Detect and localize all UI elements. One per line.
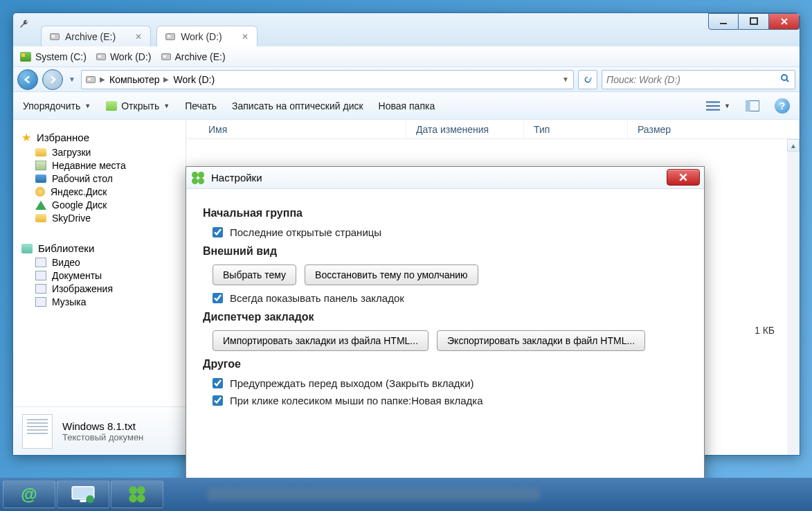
details-filename: Windows 8.1.txt	[62, 420, 143, 432]
column-size[interactable]: Размер	[628, 120, 800, 138]
video-icon	[35, 258, 46, 267]
yandex-disk-icon	[35, 187, 45, 197]
refresh-button[interactable]	[578, 70, 597, 89]
maximize-button[interactable]	[739, 13, 769, 30]
taskbar-clover-button[interactable]	[111, 481, 163, 508]
search-box[interactable]	[602, 70, 795, 89]
vertical-scrollbar[interactable]: ▲	[787, 139, 800, 455]
toolbar-organize[interactable]: Упорядочить▼	[23, 100, 91, 111]
column-type[interactable]: Тип	[524, 120, 628, 138]
column-date[interactable]: Дата изменения	[406, 120, 524, 138]
sidebar-item-skydrive[interactable]: SkyDrive	[35, 213, 181, 224]
settings-dialog: Настройки Начальная группа Последние отк…	[186, 166, 705, 502]
checkbox-last-pages[interactable]	[213, 227, 223, 237]
heading-bookmarks-manager: Диспетчер закладок	[203, 311, 687, 323]
drive-icon	[161, 53, 171, 60]
toolbar-view-dropdown[interactable]: ▼	[706, 100, 730, 112]
svg-rect-1	[750, 18, 757, 24]
toolbar-open[interactable]: Открыть▼	[106, 100, 170, 111]
mail-icon: @	[21, 485, 37, 504]
nav-forward-button[interactable]	[42, 69, 63, 90]
wrench-icon[interactable]	[19, 19, 30, 33]
svg-rect-7	[746, 100, 750, 111]
toolbar-print[interactable]: Печать	[185, 100, 217, 111]
heading-other: Другое	[203, 358, 687, 370]
tab-archive[interactable]: Archive (E:) ✕	[41, 26, 151, 46]
chevron-down-icon[interactable]: ▼	[562, 75, 569, 83]
view-icon	[706, 100, 720, 112]
tab-close-icon[interactable]: ✕	[135, 32, 142, 42]
choose-theme-button[interactable]: Выбрать тему	[213, 265, 296, 285]
music-icon	[35, 297, 46, 307]
sidebar-item-desktop[interactable]: Рабочий стол	[35, 173, 181, 184]
nav-bar: ▼ ▶ Компьютер ▶ Work (D:) ▼	[13, 67, 800, 92]
drive-icon	[20, 52, 31, 62]
sidebar-item-yandex[interactable]: Яндекс.Диск	[35, 186, 181, 197]
pane-icon	[746, 100, 759, 112]
bookmark-system[interactable]: System (C:)	[20, 51, 87, 62]
toolbar: Упорядочить▼ Открыть▼ Печать Записать на…	[13, 92, 800, 120]
heading-start-group: Начальная группа	[203, 207, 687, 219]
checkbox-warn-exit[interactable]	[213, 378, 223, 388]
dialog-close-button[interactable]	[667, 169, 700, 186]
column-headers: Имя Дата изменения Тип Размер	[186, 120, 800, 139]
titlebar: Archive (E:) ✕ Work (D:) ✕	[13, 13, 800, 46]
restore-theme-button[interactable]: Восстановить тему по умолчанию	[305, 265, 478, 285]
image-icon	[35, 284, 46, 294]
tab-close-icon[interactable]: ✕	[242, 32, 249, 42]
checkbox-show-bookmarks-bar[interactable]	[213, 293, 223, 303]
breadcrumb[interactable]: ▶ Компьютер ▶ Work (D:) ▼	[81, 70, 574, 89]
close-button[interactable]	[769, 13, 800, 30]
sidebar-item-downloads[interactable]: Загрузки	[35, 147, 181, 158]
sidebar-item-documents[interactable]: Документы	[35, 270, 181, 281]
nav-back-button[interactable]	[17, 69, 38, 90]
sidebar-item-recent[interactable]: Недавние места	[35, 160, 181, 171]
sidebar-item-video[interactable]: Видео	[35, 257, 181, 268]
label-warn-exit: Предупреждать перед выходом (Закрыть вкл…	[230, 377, 474, 389]
sidebar-favorites-heading[interactable]: ★Избранное	[21, 131, 181, 144]
drive-icon	[96, 53, 106, 60]
taskbar: @	[0, 478, 812, 511]
sidebar-item-music[interactable]: Музыка	[35, 296, 181, 307]
toolbar-new-folder[interactable]: Новая папка	[379, 100, 435, 111]
folder-icon	[35, 148, 46, 156]
sidebar-libraries-heading[interactable]: Библиотеки	[21, 242, 181, 254]
dialog-body: Начальная группа Последние открытые стра…	[186, 189, 704, 423]
svg-rect-9	[80, 500, 87, 502]
label-last-pages: Последние открытые страницы	[230, 226, 381, 238]
breadcrumb-root[interactable]: Компьютер	[109, 74, 159, 85]
monitor-icon	[71, 485, 96, 504]
chevron-down-icon: ▼	[84, 102, 91, 109]
search-input[interactable]	[606, 74, 775, 85]
drive-icon	[86, 76, 96, 83]
chevron-down-icon: ▼	[163, 102, 170, 109]
details-filetype: Текстовый докумен	[62, 432, 143, 442]
bookmark-archive[interactable]: Archive (E:)	[161, 51, 226, 62]
toolbar-burn[interactable]: Записать на оптический диск	[232, 100, 363, 111]
label-wheel-click: При клике колесиком мыши по папке:Новая …	[230, 395, 483, 406]
dialog-titlebar[interactable]: Настройки	[186, 167, 704, 189]
file-size-cell: 1 КБ	[733, 325, 775, 336]
toolbar-help-button[interactable]: ?	[775, 98, 790, 114]
drive-icon	[50, 33, 60, 40]
export-bookmarks-button[interactable]: Экспортировать закладки в файл HTML...	[437, 330, 645, 351]
sidebar-item-google[interactable]: Google Диск	[35, 199, 181, 210]
label-show-bookmarks-bar: Всегда показывать панель закладок	[230, 292, 404, 304]
scroll-up-icon[interactable]: ▲	[787, 139, 800, 152]
breadcrumb-current[interactable]: Work (D:)	[173, 74, 215, 85]
sidebar-item-images[interactable]: Изображения	[35, 283, 181, 294]
clover-icon	[129, 486, 145, 502]
search-icon	[779, 73, 791, 87]
taskbar-mail-button[interactable]: @	[3, 481, 55, 508]
bookmark-work[interactable]: Work (D:)	[96, 51, 152, 62]
dialog-title: Настройки	[211, 172, 262, 183]
open-icon	[106, 101, 117, 111]
nav-history-dropdown[interactable]: ▼	[67, 75, 77, 83]
column-name[interactable]: Имя	[199, 120, 406, 138]
import-bookmarks-button[interactable]: Импортировать закладки из файла HTML...	[213, 330, 428, 351]
minimize-button[interactable]	[708, 13, 739, 30]
checkbox-wheel-click[interactable]	[213, 395, 223, 406]
toolbar-pane-button[interactable]	[746, 100, 759, 112]
tab-work[interactable]: Work (D:) ✕	[156, 26, 258, 46]
taskbar-desktop-button[interactable]	[57, 481, 109, 508]
